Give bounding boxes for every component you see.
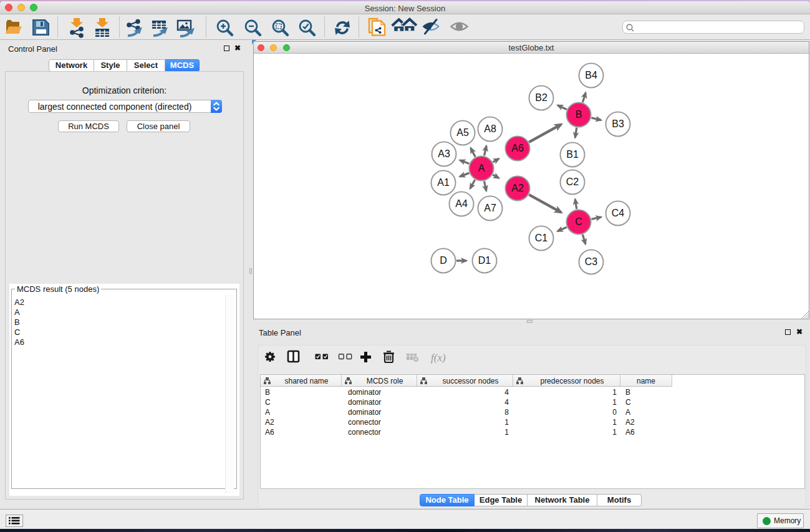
svg-text:D1: D1 xyxy=(478,255,491,266)
svg-text:B2: B2 xyxy=(535,92,547,103)
svg-text:B4: B4 xyxy=(585,70,597,80)
svg-text:A2: A2 xyxy=(511,183,524,193)
svg-text:B3: B3 xyxy=(612,118,624,129)
svg-text:C3: C3 xyxy=(585,256,598,267)
svg-text:C2: C2 xyxy=(566,177,579,187)
svg-text:C4: C4 xyxy=(612,208,625,218)
svg-text:C: C xyxy=(575,216,582,227)
svg-text:D: D xyxy=(440,255,447,266)
svg-text:A1: A1 xyxy=(437,177,450,188)
svg-text:A5: A5 xyxy=(456,127,469,138)
svg-text:A: A xyxy=(478,163,485,173)
svg-text:A4: A4 xyxy=(455,198,468,209)
svg-text:A8: A8 xyxy=(484,123,496,134)
svg-text:A7: A7 xyxy=(484,203,496,213)
svg-text:A3: A3 xyxy=(438,148,450,159)
svg-text:C1: C1 xyxy=(535,233,548,243)
svg-text:B: B xyxy=(576,109,582,120)
svg-text:B1: B1 xyxy=(566,149,579,160)
svg-text:f(x): f(x) xyxy=(431,352,446,364)
svg-text:A6: A6 xyxy=(511,143,524,153)
